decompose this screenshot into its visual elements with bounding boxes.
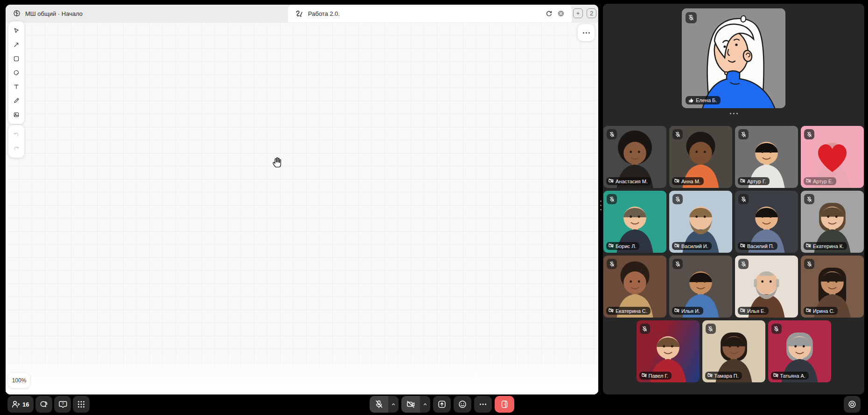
mic-muted-button mic-off-icon[interactable] xyxy=(370,396,388,413)
brain-icon xyxy=(12,9,21,18)
participant-label: Борис Л. xyxy=(606,242,639,250)
participant-tile[interactable]: Татьяна А. xyxy=(768,320,831,382)
participant-name: Татьяна А. xyxy=(780,373,805,379)
participants-row: Борис Л. Василий И. Василий П. Екатерина… xyxy=(603,191,864,253)
participant-tile[interactable]: Артур Е. xyxy=(801,126,864,188)
tab-work[interactable]: Работа 2.0. xyxy=(288,5,572,22)
camera-off-icon xyxy=(806,178,811,184)
chat-button chat-icon[interactable] xyxy=(35,396,52,413)
participant-name: Екатерина К. xyxy=(813,243,844,249)
participant-tile[interactable]: Артур Г. xyxy=(735,126,798,188)
mic-split-button xyxy=(370,396,399,413)
camera-off-icon xyxy=(642,373,647,379)
participants-row: Анастасия М. Анна М. Артур Г. Артур Е. xyxy=(603,126,864,188)
participants-grid: Анастасия М. Анна М. Артур Г. Артур Е. Б… xyxy=(603,126,864,382)
image-tool-button image-icon[interactable] xyxy=(10,108,23,121)
sticker-tool-button sticker-icon[interactable] xyxy=(10,66,23,79)
shape-tool-button square-icon[interactable] xyxy=(10,52,23,65)
camera-off-icon xyxy=(674,178,679,184)
undo-button undo-icon[interactable] xyxy=(10,128,23,141)
select-tool-button cursor-icon[interactable] xyxy=(10,24,23,37)
participant-tile[interactable]: Тамара П. xyxy=(702,320,765,382)
participant-name: Артур Е. xyxy=(813,179,833,184)
panel-resize-handle[interactable] xyxy=(599,192,602,218)
participant-tile[interactable]: Илья Е. xyxy=(735,256,798,318)
tab-home[interactable]: МШ общий · Начало xyxy=(6,5,288,22)
camera-off-icon xyxy=(806,308,811,314)
canvas-more-button more-icon[interactable] xyxy=(578,24,595,41)
whiteboard-canvas[interactable] xyxy=(6,22,598,394)
participant-name: Анастасия М. xyxy=(616,179,648,184)
participant-label: Василий И. xyxy=(672,242,712,250)
mic-muted-badge mic-off-icon xyxy=(607,259,617,269)
scribble-icon xyxy=(294,9,304,18)
camera-options-button chevron-up-icon[interactable] xyxy=(420,396,430,413)
camera-off-icon xyxy=(674,243,679,249)
participants-button[interactable]: 16 xyxy=(7,396,34,413)
participant-tile[interactable]: Анна М. xyxy=(669,126,732,188)
participant-name: Артур Г. xyxy=(747,179,766,184)
participant-name: Ирина С. xyxy=(813,308,834,314)
tab-reload-button[interactable] xyxy=(545,10,553,18)
mic-muted-badge mic-off-icon xyxy=(738,259,749,269)
new-tab-button[interactable]: + xyxy=(573,8,583,18)
redo-button redo-icon[interactable] xyxy=(10,142,23,155)
mic-muted-badge mic-off-icon xyxy=(640,324,650,334)
share-screen-button share-icon[interactable] xyxy=(433,396,451,413)
participant-label: Тамара П. xyxy=(705,372,742,380)
mic-muted-badge mic-off-icon xyxy=(738,129,749,139)
participant-name: Илья И. xyxy=(681,308,700,314)
main-speaker-label: Елена Б. xyxy=(686,96,721,104)
apps-button apps-grid-icon[interactable] xyxy=(73,396,90,413)
participant-tile[interactable]: Анастасия М. xyxy=(603,126,666,188)
participants-count: 16 xyxy=(22,401,29,408)
participant-label: Илья Е. xyxy=(738,307,769,315)
record-button record-icon[interactable] xyxy=(844,396,861,413)
help-button question-icon[interactable]: ? xyxy=(54,396,71,413)
zoom-level-badge[interactable]: 100% xyxy=(8,373,30,388)
mic-muted-badge mic-off-icon xyxy=(686,12,697,23)
participant-tile[interactable]: Павел Г. xyxy=(637,320,700,382)
participants-row: Павел Г. Тамара П. Татьяна А. xyxy=(603,320,864,382)
camera-off-button camera-off-icon[interactable] xyxy=(401,396,420,413)
camera-off-icon xyxy=(773,373,778,379)
more-options-button more-icon[interactable] xyxy=(474,396,492,413)
speaker-strip-expand-handle dots-icon[interactable] xyxy=(603,112,864,115)
mic-options-button chevron-up-icon[interactable] xyxy=(388,396,399,413)
hand-cursor-icon xyxy=(271,156,283,168)
participant-label: Татьяна А. xyxy=(771,372,809,380)
participant-name: Василий П. xyxy=(747,243,774,249)
svg-text:?: ? xyxy=(62,401,64,406)
cartoon-avatar xyxy=(682,8,785,108)
mic-muted-badge mic-off-icon xyxy=(804,259,814,269)
tab-actions: + 2 xyxy=(573,8,596,18)
bottom-bar: 16 ? xyxy=(0,394,868,415)
participant-label: Илья И. xyxy=(672,307,703,315)
text-tool-button text-icon[interactable] xyxy=(10,80,23,93)
mic-muted-badge mic-off-icon xyxy=(706,324,716,334)
tool-palette xyxy=(8,21,24,124)
participant-tile[interactable]: Борис Л. xyxy=(603,191,666,253)
window-count-button[interactable]: 2 xyxy=(587,8,596,18)
history-palette xyxy=(8,125,24,158)
participant-label: Екатерина К. xyxy=(804,242,847,250)
leave-call-button door-icon[interactable] xyxy=(495,396,514,413)
mic-muted-badge mic-off-icon xyxy=(607,194,617,204)
whiteboard-window: МШ общий · Начало Работа 2.0. xyxy=(6,5,598,394)
participant-label: Ирина С. xyxy=(804,307,838,315)
tab-work-label: Работа 2.0. xyxy=(308,10,340,17)
pen-tool-button pencil-icon[interactable] xyxy=(10,94,23,107)
main-speaker-tile[interactable]: Елена Б. xyxy=(682,8,785,108)
arrow-tool-button arrow-icon[interactable] xyxy=(10,38,23,51)
participant-tile[interactable]: Василий П. xyxy=(735,191,798,253)
participant-tile[interactable]: Василий И. xyxy=(669,191,732,253)
participant-tile[interactable]: Ирина С. xyxy=(801,256,864,318)
participant-tile[interactable]: Екатерина С. xyxy=(603,256,666,318)
camera-off-icon xyxy=(740,308,745,314)
participant-tile[interactable]: Екатерина К. xyxy=(801,191,864,253)
participant-tile[interactable]: Илья И. xyxy=(669,256,732,318)
app-stage: МШ общий · Начало Работа 2.0. xyxy=(0,0,868,415)
reactions-button smiley-icon[interactable] xyxy=(454,396,471,413)
tab-close-button[interactable] xyxy=(557,9,565,18)
tab-bar: МШ общий · Начало Работа 2.0. xyxy=(6,5,598,22)
